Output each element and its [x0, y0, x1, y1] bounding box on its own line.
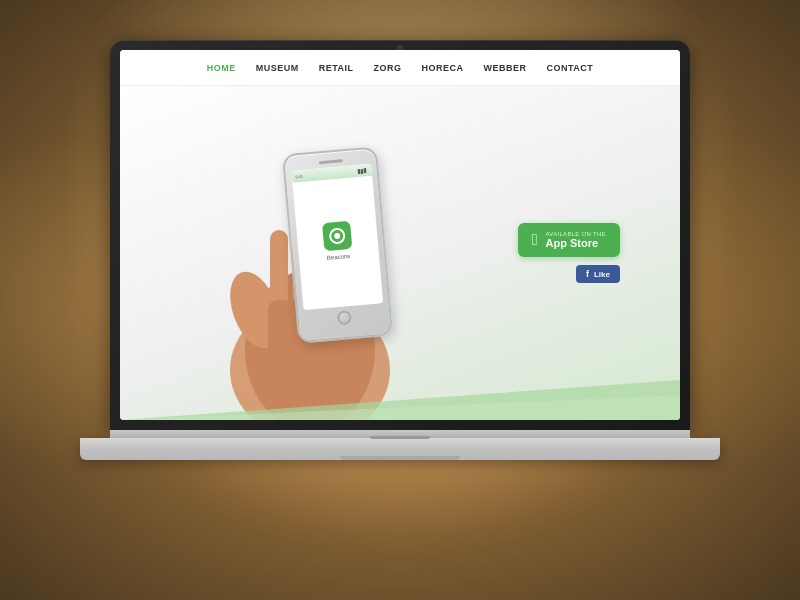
svg-rect-3: [270, 230, 288, 310]
laptop-hinge: [110, 430, 690, 438]
nav-item-museum[interactable]: MUSEUM: [256, 63, 299, 73]
iphone-home-button: [336, 310, 351, 325]
iphone-screen: 9:41 ▊▊▊ Beacons: [291, 164, 383, 310]
hero-diagonal-shape: [120, 360, 680, 420]
svg-marker-9: [120, 395, 680, 420]
facebook-like-button[interactable]: f Like: [576, 265, 620, 283]
iphone-status-bar: 9:41 ▊▊▊: [291, 164, 372, 183]
iphone-mockup: 9:41 ▊▊▊ Beacons: [282, 146, 393, 344]
appstore-large-text: App Store: [546, 237, 607, 249]
facebook-icon: f: [586, 269, 589, 279]
iphone-speaker: [318, 159, 342, 164]
laptop-base: [80, 438, 720, 460]
website-nav: HOME MUSEUM RETAIL ZORG HORECA WEBBER CO…: [120, 50, 680, 86]
nav-item-retail[interactable]: RETAIL: [319, 63, 354, 73]
nav-item-home[interactable]: HOME: [207, 63, 236, 73]
nav-item-contact[interactable]: CONTACT: [547, 63, 594, 73]
nav-item-zorg[interactable]: ZORG: [374, 63, 402, 73]
apple-icon: : [532, 231, 538, 249]
hero-section: 9:41 ▊▊▊ Beacons: [120, 86, 680, 420]
laptop-screen-bezel: HOME MUSEUM RETAIL ZORG HORECA WEBBER CO…: [110, 40, 690, 430]
cta-area:  Available on the App Store f Like: [518, 223, 620, 283]
beacon-icon: [328, 227, 345, 244]
nav-item-webber[interactable]: WEBBER: [484, 63, 527, 73]
facebook-like-label: Like: [594, 270, 610, 279]
appstore-text-block: Available on the App Store: [546, 231, 607, 249]
website-content: HOME MUSEUM RETAIL ZORG HORECA WEBBER CO…: [120, 50, 680, 420]
laptop-mockup: HOME MUSEUM RETAIL ZORG HORECA WEBBER CO…: [80, 40, 720, 560]
beacons-app-icon: [322, 221, 352, 251]
nav-item-horeca[interactable]: HORECA: [422, 63, 464, 73]
appstore-button[interactable]:  Available on the App Store: [518, 223, 620, 257]
app-label: Beacons: [327, 253, 351, 261]
laptop-screen: HOME MUSEUM RETAIL ZORG HORECA WEBBER CO…: [120, 50, 680, 420]
